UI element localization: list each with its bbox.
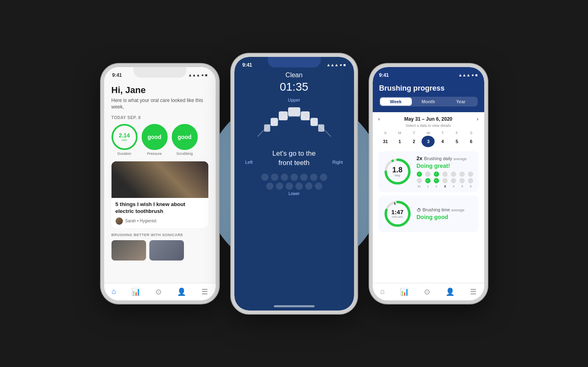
date-hint: Select a date to view details bbox=[378, 124, 479, 128]
daily-ring-value: 1.8 bbox=[392, 166, 402, 174]
pnav-profile-icon[interactable]: 👤 bbox=[446, 287, 455, 296]
stat-card-time: 1:47 min:sec ⏱ Brushing time average Doi… bbox=[378, 195, 479, 232]
svg-rect-2 bbox=[301, 111, 310, 120]
duration-value: 2.14 bbox=[119, 132, 130, 138]
status-icons-clean: ▲▲▲ ● ■ bbox=[326, 63, 345, 67]
time-status: Doing good bbox=[417, 214, 474, 220]
nav-home-icon[interactable]: ⌂ bbox=[111, 287, 116, 296]
dot-indicators-daily: ✓ ✓ ✓ bbox=[417, 172, 474, 188]
cal-date-3[interactable]: 3 bbox=[422, 136, 435, 147]
tab-month[interactable]: Month bbox=[413, 98, 444, 106]
cal-date-1[interactable]: 1 bbox=[393, 136, 406, 147]
phone-home: 9:41 ▲▲▲ ● ■ Hi, Jane Here is what your … bbox=[101, 64, 219, 304]
cal-day-t2: T bbox=[436, 131, 449, 135]
pnav-stats-icon[interactable]: 📊 bbox=[400, 287, 409, 296]
time-ring-value: 1:47 bbox=[391, 209, 403, 215]
daily-ring-unit: /day bbox=[394, 174, 400, 177]
prev-period-button[interactable]: ‹ bbox=[378, 116, 380, 122]
date-range: May 31 – Jun 6, 2020 bbox=[404, 116, 452, 122]
phone-progress: 9:41 ▲▲▲ ● ■ Brushing progress Week Mont… bbox=[369, 64, 487, 304]
nav-profile-icon[interactable]: 👤 bbox=[177, 287, 186, 296]
metric-pressure: good Pressure bbox=[142, 124, 168, 156]
home-greeting: Hi, Jane bbox=[111, 85, 208, 96]
phone-notch bbox=[133, 67, 186, 78]
lower-label: Lower bbox=[241, 191, 347, 196]
home-today: TODAY SEP. 8 bbox=[111, 115, 208, 120]
clean-timer: 01:35 bbox=[280, 80, 308, 93]
pressure-label: Pressure bbox=[147, 152, 162, 156]
daily-ring-container: 1.8 /day bbox=[383, 157, 412, 186]
phone-notch-clean bbox=[268, 57, 321, 67]
nav-brush-icon[interactable]: ⊙ bbox=[155, 287, 162, 296]
pnav-home-icon[interactable]: ⌂ bbox=[380, 287, 385, 296]
cal-date-5[interactable]: 5 bbox=[450, 136, 463, 147]
home-indicator bbox=[274, 305, 315, 307]
nav-menu-icon[interactable]: ☰ bbox=[201, 287, 208, 296]
duration-unit: min bbox=[122, 138, 127, 142]
phone-notch-progress bbox=[402, 67, 455, 78]
clean-message: Let's go to thefront teeth bbox=[241, 149, 347, 168]
svg-rect-5 bbox=[264, 124, 270, 132]
left-label: Left bbox=[245, 160, 253, 165]
stat-card-daily: 1.8 /day 2x Brushing daily average Doing… bbox=[378, 151, 479, 192]
scene: 9:41 ▲▲▲ ● ■ Hi, Jane Here is what your … bbox=[0, 0, 588, 367]
time-label: Brushing time average bbox=[423, 207, 465, 212]
cal-dates: 31 1 2 3 4 5 6 bbox=[378, 136, 479, 147]
svg-rect-3 bbox=[271, 118, 278, 126]
status-time-home: 9:41 bbox=[112, 72, 122, 78]
status-time-clean: 9:41 bbox=[243, 62, 252, 68]
tab-year[interactable]: Year bbox=[445, 98, 477, 106]
tab-row: Week Month Year bbox=[379, 97, 478, 106]
progress-nav: ⌂ 📊 ⊙ 👤 ☰ bbox=[373, 283, 484, 300]
pressure-ring: good bbox=[142, 124, 168, 150]
next-period-button[interactable]: › bbox=[477, 116, 478, 122]
article-image bbox=[111, 161, 208, 198]
scrubbing-ring: good bbox=[172, 124, 198, 150]
cal-date-31[interactable]: 31 bbox=[379, 136, 392, 147]
cal-header: S M T W T F S bbox=[378, 131, 479, 135]
phone-clean: 9:41 ▲▲▲ ● ■ Clean 01:35 Upper bbox=[231, 54, 357, 314]
author-avatar bbox=[116, 217, 123, 225]
article-card[interactable]: 5 things I wish I knew about electric to… bbox=[111, 161, 208, 228]
upper-teeth-svg bbox=[254, 104, 335, 145]
cal-date-6[interactable]: 6 bbox=[465, 136, 478, 147]
metric-scrubbing: good Scrubbing bbox=[172, 124, 198, 156]
upper-label: Upper bbox=[241, 98, 347, 102]
thumbnail-2[interactable] bbox=[149, 240, 184, 261]
timer-icon: ⏱ bbox=[417, 208, 421, 213]
cal-date-2[interactable]: 2 bbox=[407, 136, 420, 147]
daily-status: Doing great! bbox=[417, 163, 474, 169]
cal-day-w: W bbox=[422, 131, 435, 135]
pressure-value: good bbox=[147, 134, 161, 140]
time-ring-unit: min:sec bbox=[392, 215, 403, 219]
status-time-progress: 9:41 bbox=[379, 72, 389, 78]
lower-teeth: Lower bbox=[241, 174, 347, 196]
cal-day-s2: S bbox=[465, 131, 478, 135]
status-icons-progress: ▲▲▲ ● ■ bbox=[458, 73, 477, 77]
home-subtitle: Here is what your oral care looked like … bbox=[111, 97, 208, 111]
svg-rect-1 bbox=[279, 111, 288, 120]
cal-date-4[interactable]: 4 bbox=[436, 136, 449, 147]
time-stat-info: ⏱ Brushing time average Doing good bbox=[417, 207, 474, 220]
pnav-menu-icon[interactable]: ☰ bbox=[470, 287, 477, 296]
daily-label: Brushing daily average bbox=[424, 156, 467, 161]
right-label: Right bbox=[332, 160, 343, 165]
time-ring-container: 1:47 min:sec bbox=[383, 200, 412, 228]
thumbnail-1[interactable] bbox=[111, 240, 146, 261]
nav-stats-icon[interactable]: 📊 bbox=[131, 287, 140, 296]
scrubbing-label: Scrubbing bbox=[176, 152, 193, 156]
daily-count: 2x bbox=[417, 155, 422, 161]
cal-day-t1: T bbox=[407, 131, 420, 135]
duration-label: Duration bbox=[117, 152, 131, 156]
svg-rect-6 bbox=[318, 124, 324, 132]
author-name: Sarah • Hygienist bbox=[125, 219, 157, 223]
scrubbing-value: good bbox=[177, 134, 191, 140]
pnav-brush-icon[interactable]: ⊙ bbox=[424, 287, 430, 296]
thumbnail-row bbox=[111, 240, 208, 261]
metric-duration: 2.14 min Duration bbox=[111, 124, 138, 156]
status-icons-home: ▲▲▲ ● ■ bbox=[188, 73, 207, 77]
cal-day-s1: S bbox=[379, 131, 392, 135]
article-title: 5 things I wish I knew about electric to… bbox=[116, 201, 204, 215]
metrics-row: 2.14 min Duration good Pressure bbox=[111, 124, 208, 156]
tab-week[interactable]: Week bbox=[380, 98, 412, 106]
